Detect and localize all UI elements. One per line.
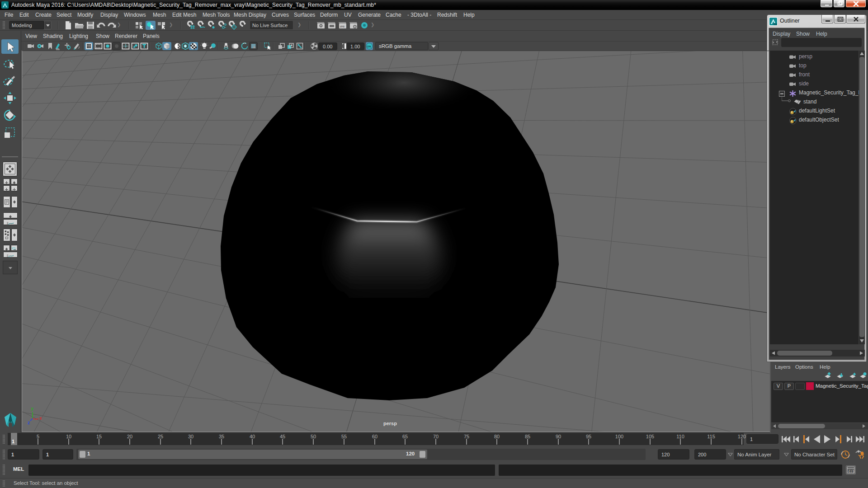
svg-text:ON: ON xyxy=(367,45,371,48)
svg-text:{;}: {;} xyxy=(848,469,854,473)
svg-text:x: x xyxy=(39,416,42,421)
svg-text:y: y xyxy=(31,406,34,411)
svg-text:IPR: IPR xyxy=(340,25,345,28)
svg-text:z: z xyxy=(28,420,30,425)
